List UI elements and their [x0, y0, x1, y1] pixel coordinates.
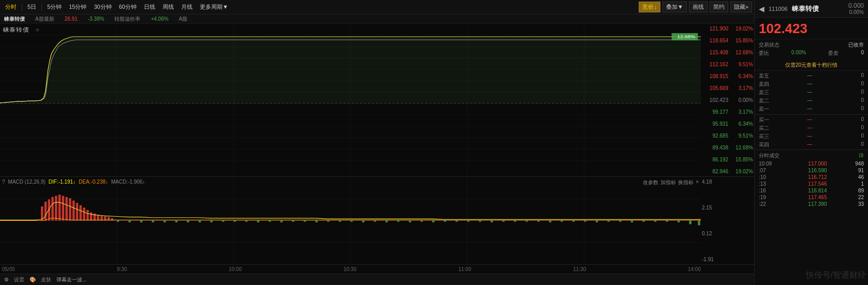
sale-time-3: :13 — [759, 181, 774, 187]
pct-1585-top: 15.85% — [730, 38, 753, 43]
main-chart-canvas[interactable]: 12.68% 崃泰转债 ✛ — [0, 24, 701, 176]
time-sales-detail-link[interactable]: 详 — [859, 152, 864, 159]
svg-rect-66 — [327, 221, 330, 222]
macd-close-btn[interactable]: × — [696, 179, 699, 186]
svg-rect-93 — [642, 221, 645, 222]
buy-order-2: 买二 — 0 — [755, 124, 868, 132]
svg-rect-50 — [140, 221, 143, 222]
period-btn-5day[interactable]: 5日 — [24, 2, 39, 12]
time-label-1030: 10:30 — [344, 266, 357, 272]
macd-val-1: 4.18 — [702, 179, 728, 185]
macd-canvas[interactable]: ? MACD (12,26,9) DIF:-1.191↓ DEA:-0.238↓… — [0, 177, 701, 264]
macd-label: ? MACD (12,26,9) DIF:-1.191↓ DEA:-0.238↓… — [2, 179, 145, 185]
svg-rect-28 — [45, 202, 47, 221]
settings-label[interactable]: 设置 — [14, 276, 24, 283]
period-btn-15min[interactable]: 15分钟 — [66, 2, 90, 12]
period-btn-60min[interactable]: 60分钟 — [116, 2, 140, 12]
hide-btn[interactable]: 隐藏» — [730, 2, 752, 12]
buy-4-price: — — [795, 141, 826, 148]
sell-order-1: 卖一 — 0 — [755, 105, 868, 113]
svg-rect-98 — [698, 221, 700, 226]
macd-add-indicator-btn[interactable]: 加指标 — [660, 179, 676, 186]
svg-rect-83 — [526, 221, 528, 222]
sell-order-5: 卖五 — 0 — [755, 72, 868, 80]
price-area-fill — [0, 37, 701, 103]
order-book-link[interactable]: 仅需20元查看十档行情 — [755, 60, 868, 71]
svg-rect-53 — [175, 221, 178, 222]
macd-axis: 4.18 2.15 0.12 -1.91 — [701, 177, 729, 264]
news-label[interactable]: 弹幕走一波... — [56, 276, 86, 283]
svg-rect-54 — [187, 221, 189, 222]
info-stock-name: 崃泰转债 — [4, 16, 25, 23]
buy-1-label: 买一 — [759, 116, 771, 124]
svg-rect-56 — [210, 221, 213, 222]
svg-rect-41 — [90, 213, 93, 221]
sell-4-label: 卖四 — [759, 81, 771, 88]
sell-4-price: — — [795, 81, 826, 88]
competitive-price-btn[interactable]: 竞价↓ — [639, 2, 660, 12]
sell-1-price: — — [795, 106, 826, 113]
time-axis: 05/05 9:30 10:00 10:30 11:00 11:30 14:00 — [0, 264, 754, 274]
sell-3-label: 卖三 — [759, 89, 771, 96]
sale-time-4: :16 — [759, 188, 774, 193]
macd-switch-indicator-btn[interactable]: 换指标 — [678, 179, 694, 186]
time-sale-row-0: 10:09 117.000 948 — [755, 160, 868, 167]
period-btn-weekly[interactable]: 周线 — [159, 2, 177, 12]
svg-text:12.68%: 12.68% — [678, 34, 696, 39]
svg-rect-96 — [678, 221, 680, 222]
period-btn-monthly[interactable]: 月线 — [178, 2, 196, 12]
svg-rect-40 — [86, 210, 89, 221]
macd-dif-value: DIF:-1.191↓ — [49, 179, 76, 185]
pct-1268-top: 12.68% — [730, 50, 753, 55]
period-btn-5min[interactable]: 5分钟 — [44, 2, 65, 12]
sale-time-5: :19 — [759, 194, 774, 200]
price-115408: 115.408 — [702, 50, 728, 55]
sale-qty-4: 89 — [843, 188, 864, 193]
buy-2-label: 买二 — [759, 125, 771, 132]
svg-rect-65 — [315, 221, 318, 222]
buy-4-label: 买四 — [759, 141, 771, 148]
macd-params-btn[interactable]: 改参数 — [643, 179, 658, 186]
simple-btn[interactable]: 简约 — [710, 2, 728, 12]
period-btn-daily[interactable]: 日线 — [141, 2, 158, 12]
skin-label[interactable]: 皮肤 — [41, 276, 51, 283]
sell-order-3: 卖三 — 0 — [755, 88, 868, 97]
time-sales-header: 分时成交 详 — [755, 151, 868, 160]
price-axis: 121.900 118.654 115.408 112.162 108.915 … — [701, 24, 729, 176]
sale-qty-0: 948 — [843, 161, 864, 167]
buy-2-price: — — [795, 125, 826, 132]
order-book: 卖五 — 0 卖四 — 0 卖三 — 0 卖二 — 0 卖一 — 0 买一 — — [755, 71, 868, 149]
chart-stock-label: 崃泰转债 — [3, 26, 30, 33]
svg-rect-48 — [117, 221, 120, 222]
svg-rect-55 — [199, 221, 201, 222]
back-arrow-icon[interactable]: ◀ — [759, 5, 764, 13]
svg-rect-68 — [350, 221, 353, 222]
pct-317-top: 3.17% — [730, 85, 753, 91]
trade-status-row: 交易状态 已收市 — [759, 41, 864, 49]
price-92685: 92.685 — [702, 133, 728, 139]
draw-btn[interactable]: 画线 — [689, 2, 708, 12]
pct-19-bot: 19.02% — [730, 169, 753, 174]
buy-2-qty: 0 — [848, 125, 864, 132]
svg-rect-71 — [386, 221, 388, 222]
svg-rect-72 — [397, 221, 400, 222]
buy-order-3: 买三 — 0 — [755, 132, 868, 141]
period-btn-30min[interactable]: 30分钟 — [91, 2, 115, 12]
macd-val-4: -1.91 — [702, 257, 728, 262]
chart-cursor-icon: ✛ — [35, 27, 39, 33]
sell-order-2: 卖二 — 0 — [755, 97, 868, 105]
gear-icon[interactable]: ⚙ — [4, 277, 9, 282]
svg-rect-85 — [549, 221, 552, 222]
buy-3-price: — — [795, 133, 826, 140]
svg-rect-51 — [152, 221, 154, 222]
overlay-btn[interactable]: 叠加▼ — [663, 2, 687, 12]
svg-rect-39 — [83, 207, 85, 220]
wei-bi-value: 0.00% — [791, 50, 806, 57]
svg-rect-80 — [491, 221, 493, 222]
period-btn-fenshi[interactable]: 分时 — [2, 2, 20, 12]
price-89438: 89.438 — [702, 145, 728, 151]
period-btn-more[interactable]: 更多周期▼ — [197, 2, 231, 12]
svg-rect-75 — [432, 221, 435, 222]
skin-icon[interactable]: 🎨 — [30, 277, 36, 282]
price-118654: 118.654 — [702, 38, 728, 43]
